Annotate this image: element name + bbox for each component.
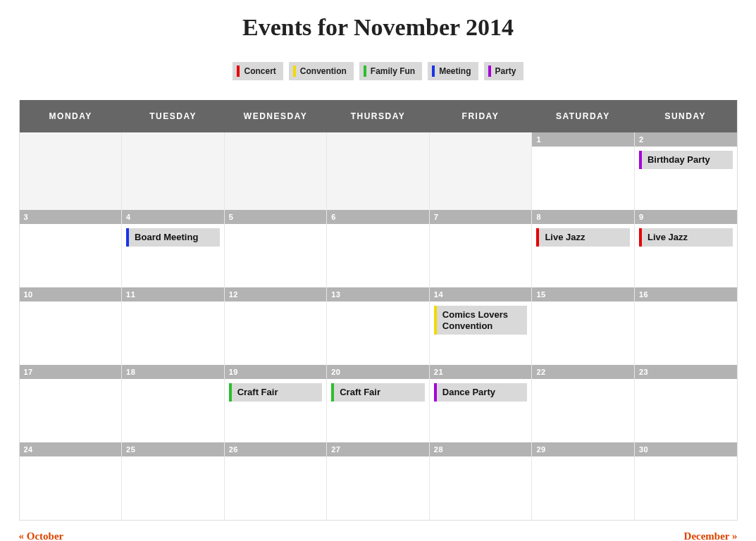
legend-item-convention[interactable]: Convention — [289, 62, 354, 80]
day-number: 15 — [532, 287, 634, 301]
day-number: 10 — [20, 287, 122, 301]
day-cell-26[interactable]: 26 — [225, 442, 328, 520]
day-number: 3 — [20, 210, 122, 224]
prev-month-link[interactable]: « October — [19, 530, 64, 541]
day-cell-18[interactable]: 18 — [122, 365, 225, 442]
day-cell-12[interactable]: 12 — [225, 287, 328, 365]
calendar-row: 34Board Meeting5678Live Jazz9Live Jazz — [20, 210, 737, 287]
legend-item-familyfun[interactable]: Family Fun — [359, 62, 422, 80]
day-number: 6 — [327, 210, 429, 224]
day-number: 4 — [122, 210, 224, 224]
day-cell-8[interactable]: 8Live Jazz — [532, 210, 635, 287]
legend-label: Party — [495, 66, 516, 76]
legend-item-concert[interactable]: Concert — [233, 62, 283, 80]
day-number: 27 — [327, 442, 429, 456]
event-item[interactable]: Craft Fair — [229, 383, 323, 402]
day-number: 28 — [430, 442, 532, 456]
day-number: 9 — [635, 210, 737, 224]
day-cell-30[interactable]: 30 — [635, 442, 737, 520]
legend-item-party[interactable]: Party — [484, 62, 523, 80]
legend-label: Convention — [300, 66, 347, 76]
day-cell-5[interactable]: 5 — [225, 210, 328, 287]
concert-color-swatch — [237, 66, 240, 77]
calendar-row: 24252627282930 — [20, 442, 737, 520]
day-cell-19[interactable]: 19Craft Fair — [225, 365, 328, 442]
day-cell-28[interactable]: 28 — [430, 442, 533, 520]
day-number: 19 — [225, 365, 327, 379]
day-cell-24[interactable]: 24 — [20, 442, 123, 520]
familyfun-color-swatch — [364, 66, 366, 77]
day-cell-27[interactable]: 27 — [327, 442, 430, 520]
day-cell-10[interactable]: 10 — [20, 287, 123, 365]
day-cell-16[interactable]: 16 — [635, 287, 737, 365]
weekday-thursday: THURSDAY — [327, 100, 429, 132]
legend-label: Concert — [244, 66, 275, 76]
month-nav: « October December » — [19, 530, 738, 541]
weekday-tuesday: TUESDAY — [122, 100, 224, 132]
day-number: 25 — [122, 442, 224, 456]
day-number: 2 — [635, 132, 737, 147]
day-cell-13[interactable]: 13 — [327, 287, 430, 365]
category-legend: ConcertConventionFamily FunMeetingParty — [19, 62, 738, 80]
event-item[interactable]: Comics Lovers Convention — [434, 306, 528, 335]
calendar-grid: MONDAYTUESDAYWEDNESDAYTHURSDAYFRIDAYSATU… — [19, 100, 738, 521]
next-month-link[interactable]: December » — [684, 530, 738, 541]
weekday-monday: MONDAY — [20, 100, 122, 132]
weekday-wednesday: WEDNESDAY — [224, 100, 326, 132]
day-cell-2[interactable]: 2Birthday Party — [635, 132, 737, 210]
event-item[interactable]: Live Jazz — [639, 228, 733, 247]
day-number: 8 — [532, 210, 634, 224]
day-number: 11 — [122, 287, 224, 301]
event-item[interactable]: Dance Party — [434, 383, 528, 402]
day-cell-7[interactable]: 7 — [430, 210, 533, 287]
event-item[interactable]: Birthday Party — [639, 151, 733, 169]
day-cell-3[interactable]: 3 — [20, 210, 123, 287]
day-cell-empty — [20, 132, 123, 210]
day-number: 17 — [20, 365, 122, 379]
day-cell-17[interactable]: 17 — [20, 365, 123, 442]
day-cell-1[interactable]: 1 — [532, 132, 635, 210]
party-color-swatch — [488, 66, 491, 77]
calendar-row: 1011121314Comics Lovers Convention1516 — [20, 287, 737, 365]
weekday-friday: FRIDAY — [429, 100, 531, 132]
day-number: 29 — [532, 442, 634, 456]
day-number: 26 — [225, 442, 327, 456]
day-number: 14 — [430, 287, 532, 301]
day-cell-empty — [225, 132, 328, 210]
day-number: 7 — [430, 210, 532, 224]
day-number: 21 — [430, 365, 532, 379]
day-cell-empty — [122, 132, 225, 210]
day-cell-14[interactable]: 14Comics Lovers Convention — [430, 287, 533, 365]
convention-color-swatch — [293, 66, 296, 77]
day-number: 30 — [635, 442, 737, 456]
day-cell-empty — [430, 132, 533, 210]
day-number: 1 — [532, 132, 634, 147]
page-title: Events for November 2014 — [19, 14, 738, 41]
day-cell-6[interactable]: 6 — [327, 210, 430, 287]
calendar-row: 171819Craft Fair20Craft Fair21Dance Part… — [20, 365, 737, 442]
day-cell-9[interactable]: 9Live Jazz — [635, 210, 737, 287]
meeting-color-swatch — [432, 66, 435, 77]
calendar-row: 12Birthday Party — [20, 132, 737, 210]
day-number: 18 — [122, 365, 224, 379]
day-number: 12 — [225, 287, 327, 301]
event-item[interactable]: Craft Fair — [331, 383, 425, 402]
day-cell-29[interactable]: 29 — [532, 442, 635, 520]
legend-label: Family Fun — [371, 66, 415, 76]
day-cell-15[interactable]: 15 — [532, 287, 635, 365]
day-cell-25[interactable]: 25 — [122, 442, 225, 520]
legend-item-meeting[interactable]: Meeting — [428, 62, 478, 80]
event-item[interactable]: Live Jazz — [536, 228, 630, 247]
day-number: 5 — [225, 210, 327, 224]
legend-label: Meeting — [439, 66, 471, 76]
day-cell-22[interactable]: 22 — [532, 365, 635, 442]
day-number: 13 — [327, 287, 429, 301]
day-cell-11[interactable]: 11 — [122, 287, 225, 365]
day-cell-4[interactable]: 4Board Meeting — [122, 210, 225, 287]
event-item[interactable]: Board Meeting — [126, 228, 220, 247]
day-cell-23[interactable]: 23 — [635, 365, 737, 442]
day-number: 16 — [635, 287, 737, 301]
day-cell-20[interactable]: 20Craft Fair — [327, 365, 430, 442]
calendar-weekday-header: MONDAYTUESDAYWEDNESDAYTHURSDAYFRIDAYSATU… — [20, 100, 737, 132]
day-cell-21[interactable]: 21Dance Party — [430, 365, 533, 442]
